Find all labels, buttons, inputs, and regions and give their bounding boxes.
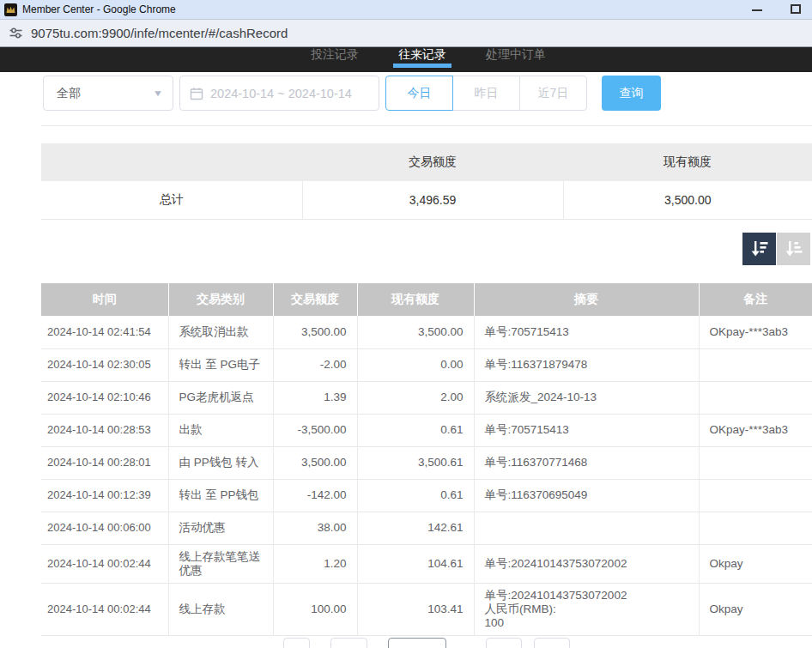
cell-summary: 单号:202410143753072002 人民币(RMB): 100 — [474, 583, 699, 635]
site-favicon — [4, 3, 17, 16]
window-title: Member Center - Google Chrome — [22, 0, 176, 19]
cell-balance: 0.61 — [357, 414, 474, 446]
cell-balance: 2.00 — [357, 381, 474, 414]
cell-category: 活动优惠 — [168, 512, 273, 544]
cell-summary: 单号:116370771468 — [474, 446, 699, 479]
cell-category: 线上存款笔笔送优惠 — [168, 544, 273, 583]
cell-note — [699, 512, 812, 544]
cell-summary: 单号:705715413 — [474, 414, 699, 446]
cell-amount: -2.00 — [273, 348, 357, 381]
cell-balance: 142.61 — [357, 512, 474, 544]
summary-total-row: 总计 3,496.59 3,500.00 — [41, 181, 812, 219]
pagination-button[interactable] — [330, 638, 367, 648]
cell-amount: -3,500.00 — [273, 414, 357, 446]
date-range-input[interactable]: 2024-10-14 ~ 2024-10-14 — [179, 76, 379, 111]
cell-summary: 单号:705715413 — [474, 316, 699, 348]
window-controls — [752, 0, 812, 19]
cell-category: 出款 — [168, 414, 273, 446]
today-button[interactable]: 今日 — [385, 76, 453, 111]
tab-pending-orders[interactable]: 处理中订单 — [482, 47, 549, 72]
cell-note — [699, 479, 812, 512]
summary-header-empty — [41, 143, 302, 181]
table-row: 2024-10-14 00:12:39 转出 至 PP钱包 -142.00 0.… — [41, 479, 812, 512]
yesterday-button[interactable]: 昨日 — [452, 76, 520, 111]
tab-cash-records[interactable]: 往来记录 — [395, 47, 450, 72]
cell-time: 2024-10-14 00:12:39 — [41, 479, 168, 512]
summary-transaction-total: 3,496.59 — [302, 181, 563, 219]
address-bar[interactable]: 9075tu.com:9900/infe/mcenter/#/cashRecor… — [0, 19, 812, 47]
summary-header-row: 交易额度 现有额度 — [41, 143, 812, 181]
date-range-value: 2024-10-14 ~ 2024-10-14 — [210, 87, 352, 100]
last7days-button[interactable]: 近7日 — [519, 76, 587, 111]
cell-time: 2024-10-14 00:28:53 — [41, 414, 168, 446]
cell-summary: 单号:202410143753072002 — [474, 544, 699, 583]
cell-summary: 单号:116370695049 — [474, 479, 699, 512]
cell-time: 2024-10-14 02:10:46 — [41, 381, 168, 414]
header-amount: 交易额度 — [273, 283, 357, 316]
cell-balance: 3,500.61 — [357, 446, 474, 479]
table-row: 2024-10-14 00:06:00 活动优惠 38.00 142.61 — [41, 512, 812, 544]
cell-amount: 38.00 — [273, 512, 357, 544]
summary-table: 交易额度 现有额度 总计 3,496.59 3,500.00 — [41, 143, 812, 220]
cell-category: 转出 至 PG电子 — [168, 348, 273, 381]
table-row: 2024-10-14 00:28:53 出款 -3,500.00 0.61 单号… — [41, 414, 812, 446]
section-divider — [41, 125, 812, 126]
cell-category: 转出 至 PP钱包 — [168, 479, 273, 512]
sort-descending-button[interactable] — [742, 233, 776, 265]
cell-amount: 100.00 — [273, 583, 357, 635]
sort-ascending-icon — [784, 239, 804, 259]
tab-bet-records[interactable]: 投注记录 — [307, 47, 362, 72]
summary-total-label: 总计 — [41, 181, 302, 219]
record-tabs: 投注记录 往来记录 处理中订单 — [22, 47, 812, 72]
table-row: 2024-10-14 00:02:44 线上存款笔笔送优惠 1.20 104.6… — [41, 544, 812, 583]
table-row: 2024-10-14 02:41:54 系统取消出款 3,500.00 3,50… — [41, 316, 812, 348]
cell-time: 2024-10-14 00:28:01 — [41, 446, 168, 479]
sort-controls — [742, 233, 810, 265]
cell-category: PG老虎机返点 — [168, 381, 273, 414]
chevron-down-icon: ▼ — [153, 88, 164, 98]
pagination-button[interactable] — [486, 638, 522, 648]
transactions-header-row: 时间 交易类别 交易额度 现有额度 摘要 备注 — [41, 283, 812, 316]
summary-header-balance: 现有额度 — [563, 143, 812, 181]
cell-time: 2024-10-14 00:06:00 — [41, 512, 168, 544]
filter-bar: 全部 ▼ 2024-10-14 ~ 2024-10-14 今日 昨日 近7日 查… — [43, 76, 661, 111]
sort-ascending-button[interactable] — [777, 233, 810, 265]
pagination — [0, 638, 812, 648]
pagination-button[interactable] — [283, 638, 310, 648]
cell-time: 2024-10-14 02:30:05 — [41, 348, 168, 381]
search-button[interactable]: 查询 — [602, 76, 661, 111]
type-select-value: 全部 — [57, 86, 81, 101]
url-text[interactable]: 9075tu.com:9900/infe/mcenter/#/cashRecor… — [31, 26, 288, 40]
cell-summary — [474, 512, 699, 544]
cell-summary: 单号:116371879478 — [474, 348, 699, 381]
quick-date-buttons: 今日 昨日 近7日 — [385, 76, 587, 111]
summary-balance-total: 3,500.00 — [563, 181, 812, 219]
header-time: 时间 — [41, 283, 168, 316]
cell-time: 2024-10-14 00:02:44 — [41, 583, 168, 635]
type-select[interactable]: 全部 ▼ — [43, 76, 173, 111]
maximize-icon[interactable] — [791, 4, 801, 14]
minimize-icon[interactable] — [752, 9, 762, 11]
record-navbar: 投注记录 往来记录 处理中订单 — [0, 47, 812, 72]
summary-header-transaction: 交易额度 — [302, 143, 563, 181]
cell-category: 系统取消出款 — [168, 316, 273, 348]
cell-note — [699, 348, 812, 381]
table-row: 2024-10-14 00:28:01 由 PP钱包 转入 3,500.00 3… — [41, 446, 812, 479]
cell-balance: 103.41 — [357, 583, 474, 635]
cell-summary: 系统派发_2024-10-13 — [474, 381, 699, 414]
cell-amount: 3,500.00 — [273, 446, 357, 479]
window-titlebar: Member Center - Google Chrome — [0, 0, 812, 19]
cell-note — [699, 381, 812, 414]
header-balance: 现有额度 — [357, 283, 474, 316]
pagination-button[interactable] — [534, 638, 570, 648]
pagination-button[interactable] — [388, 638, 446, 648]
cell-balance: 3,500.00 — [357, 316, 474, 348]
site-settings-icon[interactable] — [9, 26, 23, 40]
cell-note: Okpay — [699, 544, 812, 583]
header-category: 交易类别 — [168, 283, 273, 316]
cell-balance: 0.00 — [357, 348, 474, 381]
cell-balance: 0.61 — [357, 479, 474, 512]
sort-descending-icon — [749, 239, 770, 259]
cell-note: Okpay — [699, 583, 812, 635]
cell-amount: -142.00 — [273, 479, 357, 512]
